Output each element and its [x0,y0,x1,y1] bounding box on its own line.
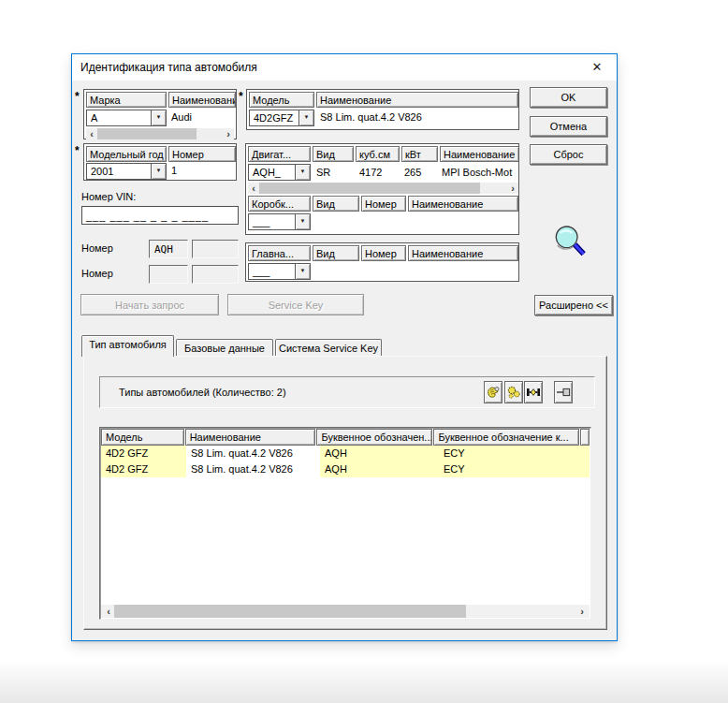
final-drive-name-header[interactable]: Наименование [408,245,518,261]
brand-name-column-header[interactable]: Наименование [168,92,236,108]
column-header-engine-code[interactable]: Буквенное обозначен... [316,429,432,446]
scroll-right-icon[interactable]: › [223,128,234,139]
table-scrollbar[interactable]: ‹ › [101,605,590,618]
gearbox-code-label: Номер [81,268,113,279]
engine-code-field: AQH [149,240,188,258]
column-header-model[interactable]: Модель [101,429,184,446]
required-marker: * [75,144,80,157]
brand-combobox[interactable]: A ▼ [86,110,167,126]
engine-combobox[interactable]: AQH_ ▼ [248,164,311,181]
scroll-right-icon[interactable]: › [576,605,588,618]
gearbox-code-field-2 [192,265,239,284]
engine-icon[interactable] [484,381,502,403]
chevron-down-icon[interactable]: ▼ [298,110,313,125]
required-marker: * [75,90,80,103]
gearbox-icon[interactable] [504,381,523,403]
tab-base-data[interactable]: Базовые данные [176,339,273,356]
engine-scrollbar[interactable]: ‹ › [248,183,518,194]
gearbox-name-header[interactable]: Наименование [408,196,518,212]
dialog-title: Идентификация типа автомобиля [80,61,257,74]
vin-input[interactable]: ___ ___ __ _ _ _ ____ [81,206,239,225]
final-drive-column-header[interactable]: Главна... [248,245,311,261]
cell-engine-code: AQH [320,461,439,477]
scrollbar-thumb[interactable] [97,128,197,139]
engine-cc-header[interactable]: куб.см [356,146,400,162]
column-header-name[interactable]: Наименование [185,429,316,446]
model-year-group: Модельный год Номер 2001 ▼ 1 [83,143,237,181]
magnifier-icon [553,225,587,262]
service-key-button: Service Key [227,294,364,315]
scrollbar-thumb[interactable] [114,605,466,618]
scroll-left-icon[interactable]: ‹ [248,183,259,194]
gearbox-number-header[interactable]: Номер [361,196,406,212]
final-drive-group: Главна... Вид Номер Наименование ___ ▼ [245,242,519,282]
engine-vid-value: SR [316,165,354,178]
model-name-value: S8 Lim. quat.4.2 V826 [320,110,517,123]
final-drive-number-header[interactable]: Номер [361,245,406,261]
scrollbar-thumb[interactable] [259,183,480,194]
chevron-down-icon[interactable]: ▼ [295,264,310,279]
chevron-down-icon[interactable]: ▼ [151,164,166,179]
column-header-gearbox-code[interactable]: Буквенное обозначение к... [433,429,579,446]
ok-button[interactable]: OK [530,87,607,108]
gearbox-combobox[interactable]: ___ ▼ [248,213,311,230]
scroll-left-icon[interactable]: ‹ [103,605,114,618]
model-year-number-value: 1 [171,163,233,176]
vehicle-types-table: Модель Наименование Буквенное обозначен.… [99,427,591,620]
vehicle-types-bar: Типы автомобилей (Количество: 2) [99,376,595,408]
engine-kw-header[interactable]: кВт [401,146,438,162]
model-year-column-header[interactable]: Модельный год [86,146,167,162]
engine-name-value: MPI Bosch-Mot [442,165,518,178]
cell-name: S8 Lim. quat.4.2 V826 [186,461,320,477]
final-drive-combobox[interactable]: ___ ▼ [248,263,311,280]
gearbox-column-header[interactable]: Коробк... [248,196,311,212]
number-column-header[interactable]: Номер [168,146,236,162]
table-header-row: Модель Наименование Буквенное обозначен.… [101,429,590,446]
vin-label: Номер VIN: [81,191,136,202]
vehicle-identification-dialog: Идентификация типа автомобиля ✕ * Марка … [71,53,618,641]
model-name-column-header[interactable]: Наименование [316,92,518,108]
scroll-left-icon[interactable]: ‹ [86,128,97,139]
title-bar[interactable]: Идентификация типа автомобиля ✕ [72,54,617,81]
brand-column-header[interactable]: Марка [86,92,167,108]
chevron-down-icon[interactable]: ▼ [295,214,310,229]
model-combobox[interactable]: 4D2GFZ ▼ [249,110,314,126]
vehicle-types-caption: Типы автомобилей (Количество: 2) [119,387,286,398]
cell-gearbox-code: ECY [439,461,590,477]
tab-content-panel: Типы автомобилей (Количество: 2) [83,356,607,630]
gearbox-vid-header[interactable]: Вид [313,196,359,212]
tab-vehicle-type[interactable]: Тип автомобиля [81,335,174,357]
tab-service-key-system[interactable]: Система Service Key [275,339,382,356]
close-icon[interactable]: ✕ [586,58,608,77]
extended-button[interactable]: Расширено << [534,295,613,315]
start-query-button: Начать запрос [80,294,219,315]
engine-name-header[interactable]: Наименование [440,146,518,162]
scroll-right-icon[interactable]: › [507,183,518,194]
table-row[interactable]: 4D2 GFZ S8 Lim. quat.4.2 V826 AQH ECY [101,461,590,477]
model-column-header[interactable]: Модель [249,92,314,108]
brand-group: Марка Наименование A ▼ Audi ‹ › [83,89,237,139]
chevron-down-icon[interactable]: ▼ [295,165,310,180]
table-row[interactable]: 4D2 GFZ S8 Lim. quat.4.2 V826 AQH ECY [101,446,590,461]
final-drive-vid-header[interactable]: Вид [313,245,359,261]
engine-code-field-2 [192,240,239,258]
cell-engine-code: AQH [320,446,439,461]
engine-vid-header[interactable]: Вид [313,146,354,162]
model-year-combobox[interactable]: 2001 ▼ [86,163,167,180]
model-group: Модель Наименование 4D2GFZ ▼ S8 Lim. qua… [246,89,519,130]
pin-icon[interactable] [554,381,573,403]
page-bottom-fade [0,660,728,703]
required-marker: * [239,90,243,103]
cell-name: S8 Lim. quat.4.2 V826 [186,446,320,461]
gearbox-code-field [149,265,188,284]
engine-column-header[interactable]: Двигат... [248,146,311,162]
reset-button[interactable]: Сброс [530,144,607,165]
cell-model: 4D2 GFZ [101,461,186,477]
axle-icon[interactable] [524,381,543,403]
brand-scrollbar[interactable]: ‹ › [86,128,234,139]
brand-name-value: Audi [171,110,233,123]
cell-gearbox-code: ECY [439,446,590,461]
chevron-down-icon[interactable]: ▼ [151,110,166,125]
cancel-button[interactable]: Отмена [530,116,607,137]
cell-model: 4D2 GFZ [101,446,186,461]
